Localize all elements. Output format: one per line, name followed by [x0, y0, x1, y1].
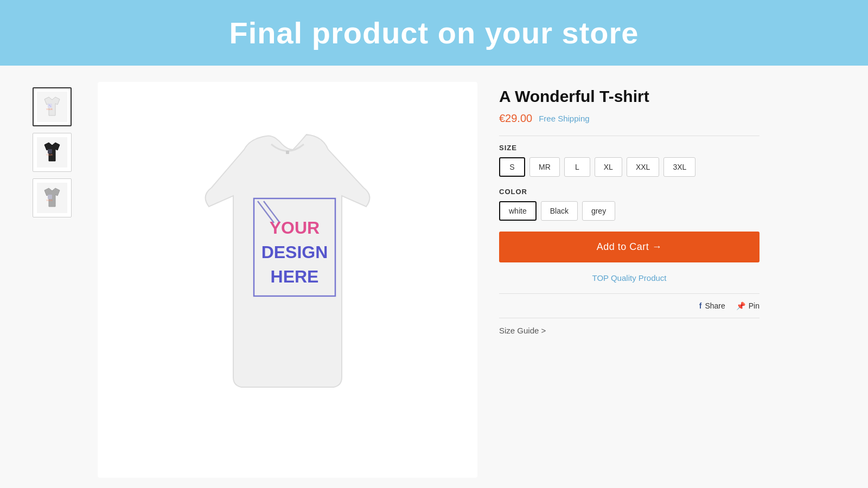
thumbnail-white[interactable]: YOUR — [33, 87, 72, 126]
svg-text:YOUR: YOUR — [46, 153, 53, 156]
size-btn-xxl[interactable]: XXL — [627, 157, 659, 177]
page-content: YOUR YOUR YOUR — [0, 66, 868, 488]
thumbnail-black[interactable]: YOUR — [33, 133, 72, 172]
divider-1 — [499, 136, 760, 136]
svg-rect-8 — [48, 195, 52, 199]
main-image: YOUR DESIGN HERE — [98, 82, 477, 478]
svg-rect-5 — [48, 149, 52, 153]
facebook-icon: f — [699, 301, 702, 310]
divider-3 — [499, 318, 760, 318]
tshirt-display: YOUR DESIGN HERE — [157, 117, 418, 442]
color-btn-black[interactable]: Black — [541, 201, 578, 221]
pinterest-icon: 📌 — [736, 301, 745, 310]
product-details: A Wonderful T-shirt €29.00 Free Shipping… — [499, 82, 760, 478]
svg-text:YOUR: YOUR — [270, 218, 320, 237]
color-options: white Black grey — [499, 201, 760, 221]
facebook-share-button[interactable]: f Share — [699, 301, 725, 310]
color-label: COLOR — [499, 188, 760, 196]
svg-rect-10 — [286, 151, 289, 154]
product-title: A Wonderful T-shirt — [499, 87, 760, 106]
size-btn-mr[interactable]: MR — [529, 157, 560, 177]
top-quality-link[interactable]: TOP Quality Product — [499, 273, 760, 282]
pin-label: Pin — [749, 301, 760, 310]
thumbnail-list: YOUR YOUR YOUR — [33, 82, 76, 478]
svg-text:YOUR: YOUR — [46, 199, 53, 202]
free-shipping-label: Free Shipping — [539, 114, 589, 123]
size-label: SIZE — [499, 144, 760, 152]
price-row: €29.00 Free Shipping — [499, 112, 760, 125]
size-btn-xl[interactable]: XL — [595, 157, 622, 177]
svg-text:DESIGN: DESIGN — [261, 242, 328, 262]
divider-2 — [499, 293, 760, 294]
color-section: COLOR white Black grey — [499, 188, 760, 221]
size-section: SIZE S MR L XL XXL 3XL — [499, 144, 760, 177]
product-price: €29.00 — [499, 112, 532, 125]
pinterest-pin-button[interactable]: 📌 Pin — [736, 301, 760, 310]
thumbnail-grey[interactable]: YOUR — [33, 178, 72, 217]
svg-text:HERE: HERE — [271, 267, 319, 286]
size-options: S MR L XL XXL 3XL — [499, 157, 760, 177]
color-btn-white[interactable]: white — [499, 201, 537, 221]
share-row: f Share 📌 Pin — [499, 301, 760, 310]
size-btn-s[interactable]: S — [499, 157, 525, 177]
add-to-cart-button[interactable]: Add to Cart → — [499, 232, 760, 262]
share-label: Share — [705, 301, 725, 310]
header-title: Final product on your store — [11, 15, 857, 50]
header-banner: Final product on your store — [0, 0, 868, 66]
svg-text:YOUR: YOUR — [46, 108, 53, 111]
size-guide-link[interactable]: Size Guide > — [499, 326, 760, 335]
size-btn-l[interactable]: L — [564, 157, 590, 177]
color-btn-grey[interactable]: grey — [582, 201, 615, 221]
size-btn-3xl[interactable]: 3XL — [663, 157, 695, 177]
